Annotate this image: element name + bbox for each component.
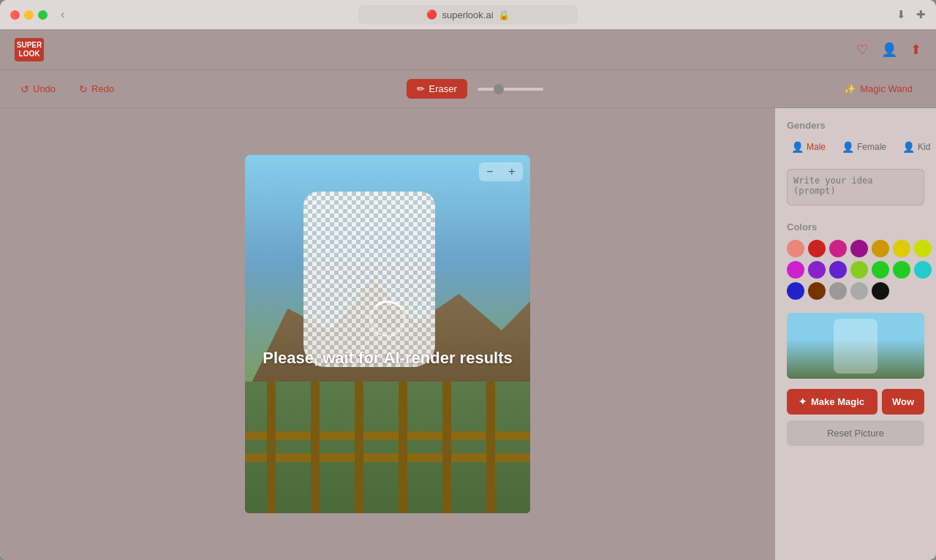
colors-label: Colors	[787, 222, 924, 232]
female-icon: 👤	[842, 141, 854, 153]
wand-icon: ✦	[799, 396, 807, 407]
header-actions: ♡ 👤 ⬆	[856, 42, 921, 58]
redo-icon: ↻	[79, 83, 88, 95]
gender-row: 👤 Male 👤 Female 👤 Kid	[787, 138, 924, 156]
reset-label: Reset Picture	[827, 428, 884, 439]
app-header: SUPERLOOK ♡ 👤 ⬆	[0, 29, 936, 70]
right-panel: Genders 👤 Male 👤 Female 👤 Kid	[775, 108, 936, 560]
magic-wand-label: Magic Wand	[860, 83, 913, 94]
favorites-button[interactable]: ♡	[856, 42, 868, 58]
loading-overlay: Please, wait for AI-render results	[245, 155, 530, 513]
share-button[interactable]: ⬆	[910, 42, 921, 58]
idea-input[interactable]	[787, 169, 924, 205]
magic-wand-icon: ✨	[844, 83, 856, 94]
color-swatch-4[interactable]	[872, 240, 889, 257]
color-swatch-18[interactable]	[872, 282, 889, 300]
logo-text: SUPERLOOK	[17, 41, 42, 58]
kid-label: Kid	[918, 142, 930, 152]
maximize-button[interactable]	[38, 10, 48, 20]
color-swatch-11[interactable]	[872, 261, 889, 279]
wow-button[interactable]: Wow	[882, 389, 924, 415]
male-icon: 👤	[791, 141, 804, 153]
eraser-icon: ✏	[417, 83, 425, 94]
color-swatch-3[interactable]	[850, 240, 868, 257]
minimize-button[interactable]	[24, 10, 34, 20]
toolbar: ↺ Undo ↻ Redo ✏ Eraser ✨ Magic Wand	[0, 70, 936, 108]
main-area: − + Please, wait for AI-render results	[0, 108, 936, 560]
color-swatch-5[interactable]	[893, 240, 910, 257]
back-button[interactable]: ‹	[61, 8, 64, 21]
color-swatch-0[interactable]	[787, 240, 804, 257]
undo-icon: ↺	[20, 83, 29, 95]
eraser-label: Eraser	[429, 83, 457, 94]
color-swatch-7[interactable]	[787, 261, 804, 279]
color-swatch-1[interactable]	[808, 240, 826, 257]
color-swatch-6[interactable]	[914, 240, 932, 257]
color-swatch-8[interactable]	[808, 261, 826, 279]
male-label: Male	[807, 142, 826, 152]
make-magic-button[interactable]: ✦ Make Magic	[787, 389, 878, 415]
make-magic-label: Make Magic	[811, 396, 864, 407]
kid-icon: 👤	[902, 141, 915, 153]
traffic-lights	[10, 10, 48, 20]
close-button[interactable]	[10, 10, 20, 20]
url-text: superlook.ai	[442, 10, 493, 20]
size-slider-container	[478, 88, 543, 91]
wow-label: Wow	[892, 396, 914, 407]
color-swatch-10[interactable]	[850, 261, 868, 279]
browser-window: ‹ 🔴 superlook.ai 🔒 ⬇ ✚ SUPERLOOK ♡ 👤 ⬆	[0, 0, 936, 560]
new-tab-button[interactable]: ✚	[916, 8, 926, 21]
favicon-icon: 🔴	[426, 10, 437, 20]
app-container: SUPERLOOK ♡ 👤 ⬆ ↺ Undo ↻ Redo ✏	[0, 29, 936, 560]
loading-message: Please, wait for AI-render results	[263, 349, 513, 368]
reset-picture-button[interactable]: Reset Picture	[787, 420, 924, 446]
browser-titlebar: ‹ 🔴 superlook.ai 🔒 ⬇ ✚	[0, 0, 936, 29]
loading-spinner	[369, 300, 406, 337]
color-swatch-17[interactable]	[850, 282, 868, 300]
color-swatch-2[interactable]	[829, 240, 847, 257]
url-bar[interactable]: 🔴 superlook.ai 🔒	[358, 5, 578, 24]
color-swatch-15[interactable]	[808, 282, 826, 300]
kid-button[interactable]: 👤 Kid	[898, 138, 935, 156]
user-button[interactable]: 👤	[881, 42, 897, 58]
color-swatch-13[interactable]	[914, 261, 932, 279]
eraser-button[interactable]: ✏ Eraser	[407, 79, 467, 99]
male-button[interactable]: 👤 Male	[787, 138, 830, 156]
color-swatch-16[interactable]	[829, 282, 847, 300]
logo: SUPERLOOK	[15, 38, 44, 61]
logo-area: SUPERLOOK	[15, 38, 44, 61]
color-grid	[787, 240, 924, 300]
magic-wand-button[interactable]: ✨ Magic Wand	[835, 79, 921, 99]
female-button[interactable]: 👤 Female	[837, 138, 891, 156]
redo-label: Redo	[91, 83, 114, 94]
redo-button[interactable]: ↻ Redo	[73, 80, 120, 98]
colors-section: Colors	[787, 222, 924, 300]
genders-label: Genders	[787, 120, 924, 131]
lock-icon: 🔒	[498, 10, 510, 20]
browser-actions: ⬇ ✚	[897, 8, 926, 21]
image-container: − + Please, wait for AI-render results	[245, 155, 530, 513]
female-label: Female	[857, 142, 886, 152]
color-swatch-14[interactable]	[787, 282, 804, 300]
color-swatch-9[interactable]	[829, 261, 847, 279]
eraser-size-slider[interactable]	[478, 88, 543, 91]
idea-section	[787, 169, 924, 208]
canvas-area: − + Please, wait for AI-render results	[0, 108, 775, 560]
color-swatch-12[interactable]	[893, 261, 910, 279]
preview-image-container	[787, 313, 924, 379]
action-row: ✦ Make Magic Wow	[787, 389, 924, 415]
genders-section: Genders 👤 Male 👤 Female 👤 Kid	[787, 120, 924, 156]
undo-button[interactable]: ↺ Undo	[15, 80, 61, 98]
download-button[interactable]: ⬇	[897, 8, 906, 21]
preview-person	[834, 319, 878, 374]
undo-label: Undo	[33, 83, 56, 94]
